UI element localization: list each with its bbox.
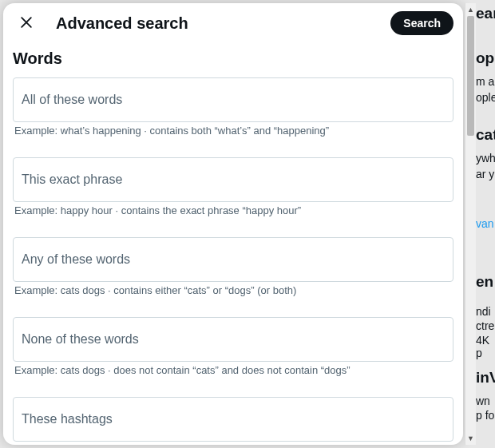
scrollbar[interactable]: ▲ ▼ xyxy=(465,3,476,445)
scroll-thumb[interactable] xyxy=(467,16,474,136)
bg-text-fragment: wn xyxy=(476,394,490,407)
scroll-up-arrow-icon[interactable]: ▲ xyxy=(465,3,476,16)
section-heading-words: Words xyxy=(13,43,453,77)
bg-link-fragment[interactable]: van xyxy=(476,217,494,230)
viewport: ear opl m a ople cat ywh ar y van en ndi… xyxy=(0,0,495,448)
bg-heading-fragment: inV xyxy=(476,369,495,387)
none-words-input[interactable] xyxy=(13,317,453,362)
field-exact-phrase: Example: happy hour · contains the exact… xyxy=(13,157,453,232)
hashtags-input[interactable] xyxy=(13,397,453,442)
scroll-track[interactable] xyxy=(465,16,476,432)
search-button[interactable]: Search xyxy=(390,11,453,35)
modal-title: Advanced search xyxy=(56,14,374,33)
close-icon xyxy=(18,14,34,33)
modal-header: Advanced search Search xyxy=(3,3,463,43)
bg-text-fragment: ctre xyxy=(476,319,494,332)
bg-heading-fragment: cat xyxy=(476,126,495,144)
advanced-search-modal: Advanced search Search Words Example: wh… xyxy=(3,3,463,445)
exact-phrase-input[interactable] xyxy=(13,157,453,202)
bg-heading-fragment: ear xyxy=(476,5,495,22)
bg-heading-fragment: opl xyxy=(476,50,495,67)
close-button[interactable] xyxy=(13,10,40,37)
bg-text-fragment: 4K p xyxy=(476,334,495,359)
field-none-words: Example: cats dogs · does not contain “c… xyxy=(13,317,453,392)
all-words-input[interactable] xyxy=(13,77,453,122)
scroll-down-arrow-icon[interactable]: ▼ xyxy=(465,432,476,445)
field-any-words: Example: cats dogs · contains either “ca… xyxy=(13,237,453,312)
bg-text-fragment: ndi xyxy=(476,305,491,318)
any-words-input[interactable] xyxy=(13,237,453,282)
bg-text-fragment: ople xyxy=(476,91,495,104)
modal-body[interactable]: Words Example: what’s happening · contai… xyxy=(3,43,463,445)
any-words-hint: Example: cats dogs · contains either “ca… xyxy=(13,282,453,312)
bg-text-fragment: ywh xyxy=(476,152,495,165)
all-words-hint: Example: what’s happening · contains bot… xyxy=(13,122,453,153)
bg-text-fragment: p fo xyxy=(476,409,494,422)
field-all-words: Example: what’s happening · contains bot… xyxy=(13,77,453,153)
none-words-hint: Example: cats dogs · does not contain “c… xyxy=(13,362,453,392)
bg-text-fragment: m a xyxy=(476,75,494,88)
bg-text-fragment: ar y xyxy=(476,168,494,180)
field-hashtags xyxy=(13,397,453,442)
bg-heading-fragment: en xyxy=(476,273,493,291)
exact-phrase-hint: Example: happy hour · contains the exact… xyxy=(13,202,453,232)
